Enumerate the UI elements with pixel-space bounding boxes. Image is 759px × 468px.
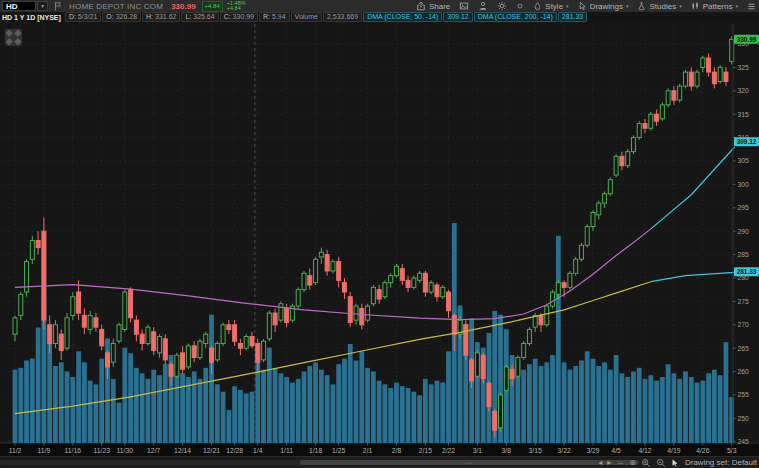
volume-bar xyxy=(521,370,526,443)
pointer-tool-button[interactable] xyxy=(671,458,680,468)
volume-bar xyxy=(232,386,237,443)
volume-bar xyxy=(30,359,35,443)
candle-body xyxy=(556,283,560,295)
pan-button[interactable]: ↔ xyxy=(616,458,624,468)
candle-body xyxy=(13,318,17,334)
studies-button[interactable]: Studies▾ xyxy=(637,1,681,11)
account-button[interactable] xyxy=(478,1,488,11)
date-tick-label: 12/14 xyxy=(174,447,191,454)
candle xyxy=(267,311,271,341)
candle xyxy=(412,276,416,290)
candle xyxy=(516,355,520,378)
candle-body xyxy=(435,285,439,297)
price-tick-label: 320 xyxy=(738,87,750,94)
symbol-dropdown-button[interactable]: ▾ xyxy=(37,1,48,11)
drawing-set-label[interactable]: Drawing set: Default xyxy=(685,458,757,467)
candle-body xyxy=(631,138,635,152)
candle xyxy=(568,271,572,290)
volume-bar xyxy=(146,379,151,443)
date-tick-label: 4/19 xyxy=(667,447,680,454)
price-tick-label: 300 xyxy=(738,181,750,188)
zoom-out-button[interactable] xyxy=(656,458,666,468)
zoom-in-button[interactable] xyxy=(641,458,651,468)
candle-body xyxy=(123,292,127,329)
instrument-logo-watermark xyxy=(5,29,22,46)
chart-descriptor: HD 1 Y 1D [NYSE] xyxy=(0,14,65,21)
candle xyxy=(631,135,635,154)
candle-body xyxy=(394,266,398,275)
date-tick-label: 11/30 xyxy=(117,447,134,454)
settings-button[interactable] xyxy=(497,1,507,11)
volume-bar xyxy=(706,373,711,443)
study-dma50-label[interactable]: DMA (CLOSE, 50, -14) xyxy=(363,12,442,22)
candle-body xyxy=(475,353,479,376)
date-tick-label: 3/8 xyxy=(502,447,512,454)
candle-body xyxy=(71,297,75,316)
volume-bar xyxy=(440,383,445,444)
symbol-input[interactable]: HD xyxy=(2,1,36,11)
chart-scrollbar-thumb[interactable]: ••• xyxy=(300,460,638,465)
volume-bar xyxy=(377,381,382,443)
candle xyxy=(522,341,526,360)
candle xyxy=(366,304,370,323)
date-tick-label: 2/15 xyxy=(419,447,432,454)
candle xyxy=(441,285,445,299)
scroll-right-button[interactable]: ▸ xyxy=(607,458,611,468)
volume-bar xyxy=(47,342,52,443)
dma50-price-tag: 309.12 xyxy=(734,137,759,146)
share-button[interactable]: Share xyxy=(416,1,450,11)
date-tick-label: 12/28 xyxy=(226,447,243,454)
candle-body xyxy=(579,245,583,259)
candle-body xyxy=(53,325,57,344)
candle xyxy=(608,177,612,196)
patterns-button[interactable]: Patterns▾ xyxy=(691,1,738,11)
candle-body xyxy=(551,292,555,306)
price-chart[interactable]: 2452502552602652702752802852902953003053… xyxy=(0,22,759,456)
scroll-left-button[interactable]: ◂ xyxy=(598,458,602,468)
volume-bar xyxy=(36,328,41,444)
candle-body xyxy=(233,325,237,341)
price-tick-label: 290 xyxy=(738,228,750,235)
date-tick-label: 11/23 xyxy=(93,447,110,454)
date-tick-label: 1/25 xyxy=(332,447,345,454)
volume-bar xyxy=(689,377,694,443)
flag-icon[interactable] xyxy=(53,1,63,12)
volume-bar xyxy=(660,377,665,443)
candle xyxy=(551,290,555,309)
snapshot-button[interactable] xyxy=(459,1,469,11)
chart-scrollbar-track[interactable]: ••• xyxy=(0,460,640,465)
date-tick-label: 1/18 xyxy=(309,447,322,454)
candle-body xyxy=(452,315,456,334)
chart-menu-button[interactable] xyxy=(747,2,756,11)
date-tick-label: 4/26 xyxy=(696,447,709,454)
candle-body xyxy=(19,294,23,315)
person-icon xyxy=(478,1,488,11)
candle-body xyxy=(712,72,716,84)
candle-body xyxy=(568,273,572,287)
field-date: D: 5/3/21 xyxy=(65,12,101,22)
candle-body xyxy=(140,334,144,343)
drawings-button[interactable]: Drawings▾ xyxy=(578,1,629,11)
candle xyxy=(152,327,156,355)
volume-bar xyxy=(24,361,29,444)
candle xyxy=(25,259,29,296)
volume-bar xyxy=(296,379,301,443)
crosshair-button[interactable]: ⊕ xyxy=(629,458,636,468)
volume-bar xyxy=(348,344,353,443)
candle-body xyxy=(262,341,266,360)
style-droplet-icon xyxy=(533,1,542,11)
candle-body xyxy=(371,287,375,303)
candle-body xyxy=(666,91,670,105)
volume-bar xyxy=(677,379,682,443)
candle-body xyxy=(134,320,138,334)
candle-body xyxy=(643,124,647,129)
candle xyxy=(42,218,46,330)
status-dot-button[interactable] xyxy=(516,2,524,10)
candle-body xyxy=(146,327,150,343)
style-button[interactable]: Style▾ xyxy=(533,1,568,11)
chart-bottom-bar: ••• ◂ ▸ ↔ ⊕ Drawing set: Default xyxy=(0,456,759,468)
image-icon xyxy=(459,1,469,11)
study-dma200-label[interactable]: DMA (CLOSE, 200, -14) xyxy=(474,12,557,22)
date-tick-label: 11/16 xyxy=(65,447,82,454)
volume-bar xyxy=(411,392,416,443)
